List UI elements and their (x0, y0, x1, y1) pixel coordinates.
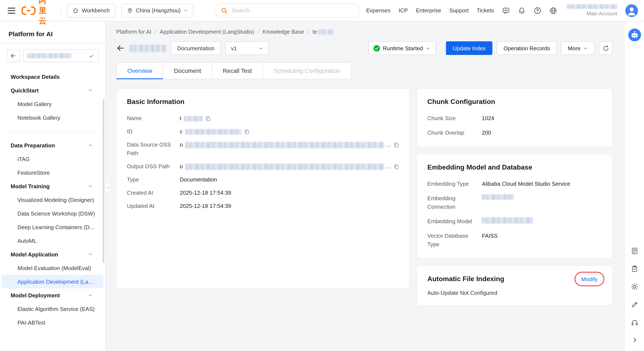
alibaba-cloud-logo[interactable]: 阿里云 (21, 0, 55, 26)
copy-icon[interactable] (394, 164, 399, 169)
sidebar-scrollbar[interactable] (103, 99, 104, 263)
item-label: Application Development (La... (18, 278, 93, 285)
tab-overview[interactable]: Overview (116, 62, 163, 79)
check-icon (88, 53, 94, 58)
link-icp[interactable]: ICP (399, 7, 408, 14)
gear-icon[interactable] (630, 283, 638, 290)
item-label: Data Science Workshop (DSW) (18, 210, 95, 216)
sidebar-item-workspace-details[interactable]: Workspace Details (0, 70, 105, 84)
region-label: China (Hangzhou) (136, 7, 180, 14)
sidebar-collapse-handle[interactable] (106, 182, 111, 192)
automatic-file-indexing-card: Automatic File Indexing Modify Auto-Upda… (417, 266, 612, 306)
info-label: ID (127, 127, 180, 136)
status-ok-icon (374, 45, 380, 51)
sidebar-group-model-training[interactable]: Model Training (0, 179, 105, 193)
more-button[interactable]: More (561, 41, 594, 55)
sidebar-item-notebook-gallery[interactable]: Notebook Gallery (0, 111, 105, 124)
header-actions: Runtime Started Update Index Operation R… (368, 41, 612, 55)
sidebar-group-model-application[interactable]: Model Application (0, 248, 105, 261)
workspace-back-button[interactable] (7, 50, 20, 62)
item-label: PAI-ABTest (18, 319, 45, 326)
hamburger-menu-icon[interactable] (6, 5, 15, 16)
breadcrumb-item-knowledge-base[interactable]: Knowledge Base (262, 28, 304, 35)
info-row-created-at: Created At 2025-12-18 17:54:39 (127, 189, 399, 197)
sidebar-item-model-evaluation[interactable]: Model Evaluation (ModelEval) (0, 261, 105, 275)
kv-row-embedding-type: Embedding Type Alibaba Cloud Model Studi… (428, 180, 602, 188)
info-label: Type (127, 176, 180, 184)
avatar[interactable] (625, 4, 638, 17)
sidebar: Platform for AI Workspace Details QuickS… (0, 21, 106, 351)
sidebar-item-model-gallery[interactable]: Model Gallery (0, 97, 105, 111)
operation-records-button[interactable]: Operation Records (497, 41, 557, 55)
chevron-down-icon (583, 46, 588, 50)
update-index-button[interactable]: Update Index (446, 41, 492, 55)
search-icon (221, 7, 228, 14)
help-icon[interactable] (534, 6, 541, 14)
sidebar-item-featurestore[interactable]: FeatureStore (0, 166, 105, 179)
message-icon[interactable] (502, 6, 510, 14)
refresh-button[interactable] (599, 41, 612, 55)
info-label: Output OSS Path (127, 162, 180, 171)
notes-icon[interactable] (630, 247, 638, 255)
search-input[interactable] (232, 7, 354, 14)
chevron-down-icon (426, 46, 430, 50)
link-expenses[interactable]: Expenses (366, 7, 390, 14)
sidebar-item-dsw[interactable]: Data Science Workshop (DSW) (0, 206, 105, 220)
value-prefix: o (180, 140, 183, 149)
language-icon[interactable] (550, 6, 557, 14)
sidebar-item-eas[interactable]: Elastic Algorithm Service (EAS) (0, 302, 105, 316)
version-select[interactable]: v1 (226, 41, 269, 55)
sidebar-item-application-development[interactable]: Application Development (La... (2, 275, 104, 288)
headset-icon[interactable] (630, 319, 638, 326)
link-tickets[interactable]: Tickets (477, 7, 494, 14)
type-tag: Documentation (171, 41, 221, 55)
workbench-button[interactable]: Workbench (67, 4, 115, 17)
embedding-connection-redacted (482, 194, 514, 200)
breadcrumb-item-platform-for-ai[interactable]: Platform for AI (116, 28, 152, 35)
bell-icon[interactable] (518, 6, 526, 14)
account-info: Main Account (567, 4, 617, 16)
survey-icon[interactable] (630, 265, 638, 272)
workspace-select[interactable] (23, 50, 98, 62)
sidebar-item-itag[interactable]: iTAG (0, 152, 105, 166)
region-selector[interactable]: China (Hangzhou) (121, 4, 193, 17)
chevron-up-icon (88, 143, 92, 148)
sidebar-group-quickstart[interactable]: QuickStart (0, 84, 105, 97)
kv-label: Embedding Model (428, 217, 482, 226)
tab-scheduling-configuration[interactable]: Scheduling Configuration (262, 62, 352, 79)
tab-recall-test[interactable]: Recall Test (212, 62, 263, 79)
copy-icon[interactable] (394, 142, 399, 148)
chevron-up-icon (88, 252, 92, 256)
red-highlight-annotation: Modify (574, 272, 604, 286)
link-support[interactable]: Support (449, 7, 469, 14)
link-enterprise[interactable]: Enterprise (416, 7, 441, 14)
workbench-label: Workbench (82, 7, 110, 14)
chevron-right-icon[interactable] (631, 336, 638, 343)
card-title: Automatic File Indexing (428, 275, 504, 283)
sidebar-group-data-preparation[interactable]: Data Preparation (0, 138, 105, 152)
kb-title-redacted (130, 44, 166, 52)
breadcrumb-item-application-development[interactable]: Application Development (LangStudio) (160, 28, 254, 35)
copy-icon[interactable] (244, 129, 250, 134)
assistant-icon[interactable] (628, 28, 641, 41)
modify-link[interactable]: Modify (581, 276, 598, 282)
back-button[interactable] (116, 44, 125, 52)
right-rail (624, 21, 644, 351)
copy-icon[interactable] (205, 116, 210, 121)
divider (61, 6, 61, 14)
sidebar-item-automl[interactable]: AutoML (0, 234, 105, 248)
sidebar-group-model-deployment[interactable]: Model Deployment (0, 288, 105, 302)
pencil-icon[interactable] (630, 301, 638, 308)
tab-document[interactable]: Document (163, 62, 212, 79)
sidebar-item-pai-abtest[interactable]: PAI-ABTest (0, 316, 105, 329)
item-label: Visualized Modeling (Designer) (18, 196, 94, 203)
sidebar-item-visualized-modeling[interactable]: Visualized Modeling (Designer) (0, 193, 105, 206)
account-type-label: Main Account (586, 11, 617, 16)
kv-value: Alibaba Cloud Model Studio Service (482, 180, 570, 188)
runtime-status-dropdown[interactable]: Runtime Started (368, 41, 436, 55)
workspace-name-redacted (27, 53, 72, 58)
kv-label: Embedding Connection (428, 194, 482, 211)
version-label: v1 (231, 45, 237, 51)
sidebar-item-dlc[interactable]: Deep Learning Containers (D... (0, 220, 105, 234)
card-title: Chunk Configuration (428, 98, 602, 106)
